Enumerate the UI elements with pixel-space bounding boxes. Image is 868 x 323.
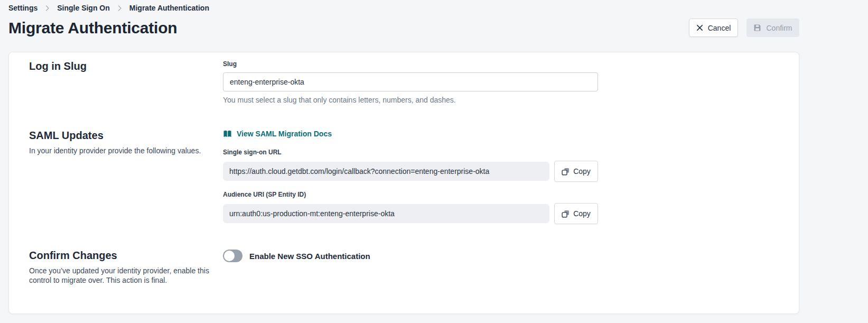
saml-updates-heading: SAML Updates — [29, 130, 223, 142]
view-saml-migration-docs-label: View SAML Migration Docs — [237, 130, 332, 138]
breadcrumb-current: Migrate Authentication — [129, 4, 209, 12]
slug-input[interactable] — [223, 72, 598, 91]
login-slug-left: Log in Slug — [29, 60, 223, 104]
confirm-button-label: Confirm — [766, 24, 792, 32]
confirm-changes-left: Confirm Changes Once you’ve updated your… — [29, 250, 223, 285]
confirm-changes-description: Once you’ve updated your identity provid… — [29, 266, 217, 285]
breadcrumb: Settings Single Sign On Migrate Authenti… — [8, 0, 799, 12]
toggle-knob — [224, 251, 235, 261]
audience-uri-value: urn:auth0:us-production-mt:enteng-enterp… — [223, 204, 549, 223]
login-slug-heading: Log in Slug — [29, 60, 223, 72]
page-title: Migrate Authentication — [8, 19, 178, 37]
breadcrumb-settings[interactable]: Settings — [8, 4, 38, 12]
copy-icon — [562, 210, 570, 218]
page: Settings Single Sign On Migrate Authenti… — [8, 0, 799, 314]
header-actions: Cancel Confirm — [689, 19, 799, 37]
copy-icon — [562, 168, 570, 176]
audience-uri-row: urn:auth0:us-production-mt:enteng-enterp… — [223, 203, 779, 224]
copy-button-label: Copy — [573, 209, 591, 218]
slug-helper-text: You must select a slug that only contain… — [223, 96, 779, 104]
chevron-right-icon — [44, 5, 51, 12]
enable-sso-toggle-row: Enable New SSO Authentication — [223, 250, 779, 262]
breadcrumb-single-sign-on[interactable]: Single Sign On — [57, 4, 110, 12]
login-slug-right: Slug You must select a slug that only co… — [223, 60, 779, 104]
confirm-changes-right: Enable New SSO Authentication — [223, 250, 779, 285]
copy-button-label: Copy — [573, 167, 591, 176]
confirm-changes-heading: Confirm Changes — [29, 250, 223, 262]
slug-label: Slug — [223, 60, 779, 68]
audience-uri-label: Audience URI (SP Entity ID) — [223, 191, 779, 198]
login-slug-section: Log in Slug Slug You must select a slug … — [29, 60, 779, 104]
page-header: Migrate Authentication Cancel Confirm — [8, 19, 799, 37]
audience-uri-block: Audience URI (SP Entity ID) urn:auth0:us… — [223, 191, 779, 224]
x-icon — [696, 24, 703, 31]
confirm-changes-section: Confirm Changes Once you’ve updated your… — [29, 250, 779, 285]
book-icon — [223, 130, 232, 138]
save-icon — [753, 24, 761, 32]
sso-url-copy-button[interactable]: Copy — [554, 161, 598, 182]
cancel-button-label: Cancel — [708, 24, 731, 32]
cancel-button[interactable]: Cancel — [689, 19, 738, 37]
saml-updates-subtitle: In your identity provider provide the fo… — [29, 146, 217, 155]
audience-uri-copy-button[interactable]: Copy — [554, 203, 598, 224]
sso-url-label: Single sign-on URL — [223, 149, 779, 156]
saml-updates-section: SAML Updates In your identity provider p… — [29, 130, 779, 224]
saml-updates-right: View SAML Migration Docs Single sign-on … — [223, 130, 779, 224]
chevron-right-icon — [116, 5, 123, 12]
enable-sso-toggle-label: Enable New SSO Authentication — [249, 252, 370, 261]
sso-url-row: https://auth.cloud.getdbt.com/login/call… — [223, 161, 779, 182]
migrate-authentication-card: Log in Slug Slug You must select a slug … — [8, 52, 799, 314]
view-saml-migration-docs-link[interactable]: View SAML Migration Docs — [223, 130, 332, 138]
confirm-button[interactable]: Confirm — [746, 19, 799, 37]
sso-url-value: https://auth.cloud.getdbt.com/login/call… — [223, 162, 549, 181]
enable-sso-toggle[interactable] — [223, 250, 242, 262]
saml-updates-left: SAML Updates In your identity provider p… — [29, 130, 223, 224]
